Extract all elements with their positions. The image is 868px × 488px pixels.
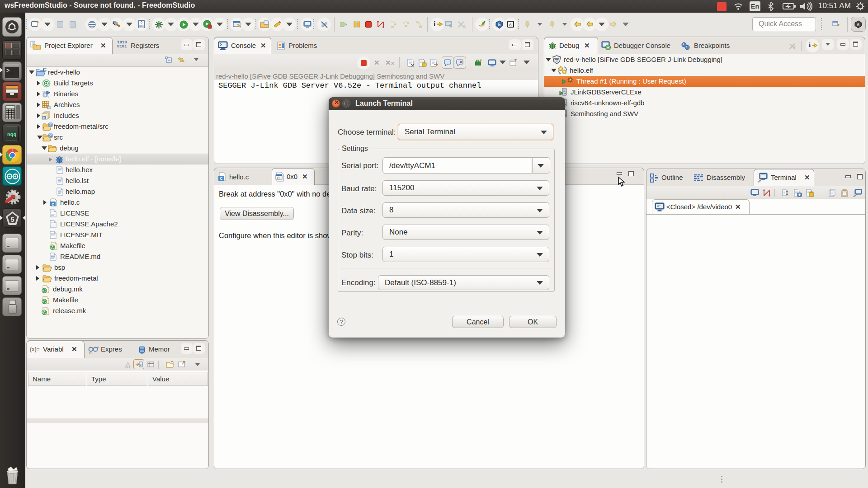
svg-text:C: C	[43, 68, 47, 72]
svg-text:c: c	[277, 175, 280, 180]
svg-text:C: C	[49, 123, 52, 127]
svg-text:5: 5	[10, 216, 14, 223]
svg-text:x=: x=	[89, 351, 93, 354]
svg-text:h: h	[43, 116, 46, 120]
svg-text:c: c	[52, 202, 54, 206]
svg-text:c: c	[220, 175, 223, 181]
svg-text:1: 1	[47, 95, 49, 99]
svg-text:5: 5	[498, 22, 501, 27]
svg-text:C: C	[49, 134, 52, 138]
svg-text:101: 101	[125, 365, 131, 368]
svg-text:5: 5	[857, 23, 859, 27]
